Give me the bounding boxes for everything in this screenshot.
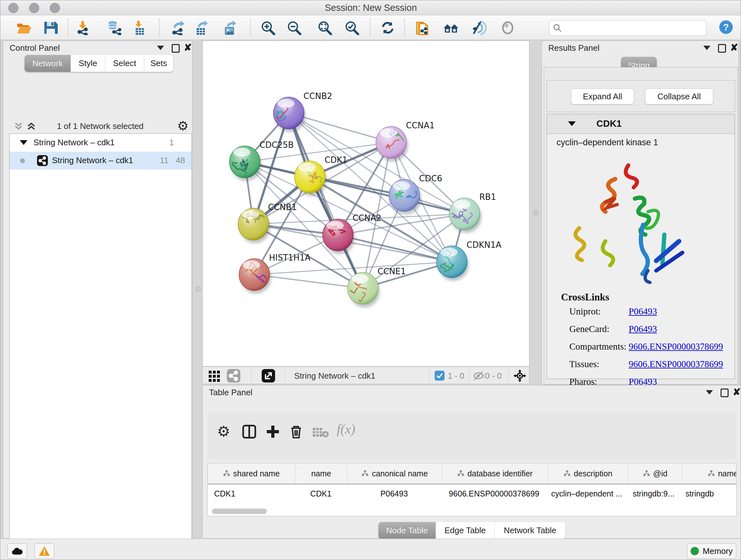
birdseye-grid-icon[interactable] (208, 369, 221, 382)
network-graph[interactable]: CCNB2CCNA1CDC25BCDK1CDC6RB1CCNB1CCNA2CDK… (203, 41, 529, 366)
import-table-icon[interactable] (132, 20, 148, 35)
network-row-selected[interactable]: String Network – cdk1 11 48 (10, 152, 192, 170)
tab-select[interactable]: Select (105, 55, 144, 72)
tab-style[interactable]: Style (71, 55, 105, 72)
panel-menu-icon[interactable] (706, 388, 714, 396)
panel-float-icon[interactable] (718, 44, 726, 52)
protein-card-header[interactable]: CDK1 (547, 114, 735, 134)
crosslink-link[interactable]: P06493 (629, 324, 657, 334)
refresh-icon[interactable] (380, 20, 396, 35)
status-bar: Memory (0, 539, 741, 560)
crosslink-label: Tissues: (569, 359, 599, 369)
column-header-database-identifier[interactable]: database identifier (442, 463, 548, 484)
splitter-handle[interactable] (195, 287, 201, 292)
tab-network[interactable]: Network (24, 55, 71, 72)
export-table-icon[interactable] (194, 20, 210, 35)
table-cell[interactable]: CDK1 (295, 484, 347, 503)
expand-all-button[interactable]: Expand All (571, 88, 634, 105)
zoom-fit-icon[interactable] (317, 20, 333, 35)
network-type-toggle-icon[interactable] (227, 369, 240, 382)
search-input[interactable] (549, 20, 706, 36)
table-cell[interactable]: P06493 (347, 484, 441, 503)
zoom-in-icon[interactable] (260, 20, 276, 35)
import-database-icon[interactable] (106, 20, 122, 35)
save-session-icon[interactable] (43, 20, 59, 35)
column-header-label: database identifier (468, 469, 533, 478)
open-session-icon[interactable] (16, 20, 32, 35)
warning-button[interactable] (35, 543, 54, 559)
maximize-window-icon[interactable] (50, 3, 60, 13)
node-cdc6[interactable]: CDC6 (389, 174, 442, 214)
open-in-window-icon[interactable] (262, 369, 275, 382)
pan-move-icon[interactable] (513, 369, 527, 383)
document-share-icon[interactable] (415, 20, 431, 35)
table-cell[interactable]: cyclin–dependent ... (547, 484, 627, 503)
homes-icon[interactable] (443, 20, 459, 35)
panel-float-icon[interactable] (172, 44, 179, 52)
network-selection-status: 1 of 1 Network selected (9, 121, 191, 131)
export-network-icon[interactable] (171, 20, 186, 35)
control-panel-title: Control Panel (10, 43, 60, 53)
crosslink-link[interactable]: 9606.ENSP00000378699 (629, 359, 723, 369)
panel-close-icon[interactable]: ✘ (733, 388, 740, 396)
close-window-icon[interactable] (8, 3, 18, 13)
selected-checkbox-icon[interactable] (434, 371, 445, 381)
collapse-section-icon[interactable] (568, 121, 576, 126)
delete-table-icon[interactable] (312, 426, 329, 439)
table-cell[interactable]: stringdb (680, 484, 737, 503)
function-builder-icon[interactable]: f(x) (337, 422, 355, 437)
panel-float-icon[interactable] (721, 388, 728, 396)
node-cdkn1a[interactable]: CDKN1A (436, 238, 501, 281)
tab-node-table[interactable]: Node Table (379, 522, 436, 539)
zoom-selected-icon[interactable] (344, 20, 360, 35)
tab-sets[interactable]: Sets (144, 55, 173, 72)
hidden-eye-icon[interactable] (472, 370, 484, 381)
show-columns-icon[interactable] (242, 424, 257, 439)
node-rb1[interactable]: RB1 (447, 192, 496, 233)
cloud-button[interactable] (7, 543, 27, 559)
help-icon[interactable]: ? (718, 20, 734, 35)
tree-expander-icon[interactable] (20, 140, 27, 145)
gear-icon[interactable]: ⚙ (177, 119, 189, 133)
column-header--id[interactable]: @id (628, 463, 682, 484)
crosslink-link[interactable]: P06493 (629, 306, 657, 316)
column-header-name[interactable]: name (295, 463, 347, 484)
add-column-icon[interactable] (266, 424, 280, 439)
tab-edge-table[interactable]: Edge Table (436, 522, 495, 539)
column-header-description[interactable]: description (548, 463, 628, 484)
network-tree: String Network – cdk1 1 String Network –… (9, 133, 192, 560)
column-header-canonical-name[interactable]: canonical name (347, 463, 442, 484)
toolbar-separator (250, 18, 251, 37)
panel-menu-icon[interactable] (157, 44, 165, 52)
table-settings-gear-icon[interactable]: ⚙ (217, 423, 230, 440)
crosslink-link[interactable]: 9606.ENSP00000378699 (629, 341, 723, 352)
horizontal-scrollbar[interactable] (212, 509, 267, 514)
eye-icon[interactable] (500, 20, 516, 35)
network-collection-row[interactable]: String Network – cdk1 1 (10, 134, 192, 152)
table-cell[interactable]: CDK1 (208, 484, 295, 503)
table-row[interactable]: CDK1CDK1P064939606.ENSP00000378699cyclin… (208, 484, 737, 503)
node-cdk1[interactable]: CDK1 (294, 155, 347, 196)
node-ccnb2[interactable]: CCNB2 (272, 91, 332, 132)
panel-menu-icon[interactable] (703, 44, 711, 52)
table-cell[interactable]: 9606.ENSP00000378699 (441, 484, 547, 503)
import-network-icon[interactable] (75, 20, 91, 35)
node-ccne1[interactable]: CCNE1 (344, 266, 406, 309)
table-cell[interactable]: stringdb:9... (627, 484, 680, 503)
delete-column-icon[interactable] (289, 424, 304, 439)
eye-wave-icon[interactable] (471, 20, 487, 35)
column-header-namespace[interactable]: namespace (682, 463, 737, 484)
export-image-icon[interactable] (222, 20, 239, 35)
panel-close-icon[interactable]: ✘ (184, 44, 192, 52)
minimize-window-icon[interactable] (29, 3, 39, 13)
node-label: RB1 (479, 192, 496, 202)
tab-network-table[interactable]: Network Table (495, 522, 565, 539)
protein-card-body: cyclin–dependent kinase 1 (547, 134, 735, 379)
zoom-out-icon[interactable] (286, 20, 302, 35)
splitter-handle[interactable] (533, 210, 538, 215)
memory-button[interactable]: Memory (687, 543, 736, 559)
collapse-all-button[interactable]: Collapse All (645, 88, 713, 105)
panel-close-icon[interactable]: ✘ (730, 44, 738, 52)
network-canvas[interactable]: CCNB2CCNA1CDC25BCDK1CDC6RB1CCNB1CCNA2CDK… (202, 41, 529, 367)
column-header-shared-name[interactable]: shared name (208, 463, 295, 484)
